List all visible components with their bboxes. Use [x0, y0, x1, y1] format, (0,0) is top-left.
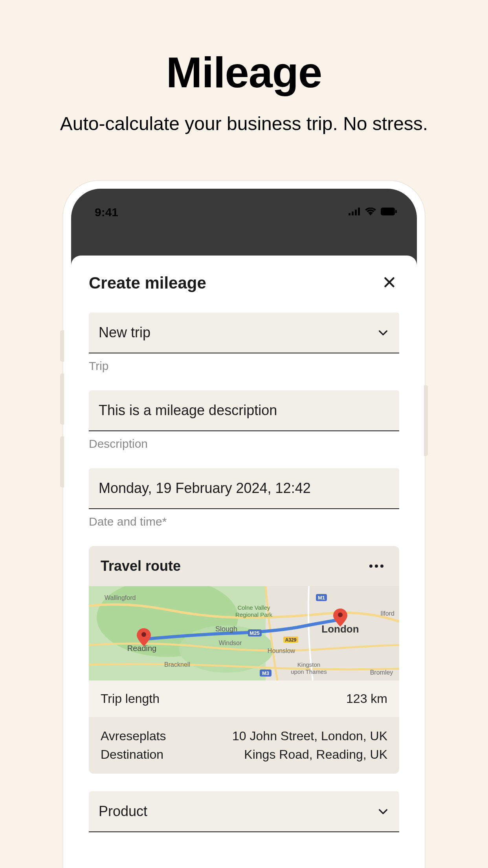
chevron-down-icon — [377, 805, 389, 818]
trip-label: Trip — [89, 359, 399, 373]
chevron-down-icon — [377, 326, 389, 339]
svg-text:London: London — [321, 623, 359, 635]
phone-frame: 9:41 Create mileage — [63, 181, 425, 868]
travel-route-title: Travel route — [101, 558, 181, 574]
trip-value: New trip — [99, 324, 150, 341]
product-value: Product — [99, 803, 147, 820]
svg-rect-2 — [355, 210, 357, 215]
datetime-label: Date and time* — [89, 515, 399, 528]
svg-text:Kingston: Kingston — [297, 661, 320, 668]
svg-rect-1 — [352, 211, 354, 215]
svg-text:Ilford: Ilford — [380, 610, 394, 617]
trip-length-value: 123 km — [346, 691, 387, 706]
svg-text:Colne Valley: Colne Valley — [237, 604, 270, 611]
svg-text:upon Thames: upon Thames — [291, 668, 327, 675]
svg-text:A329: A329 — [285, 637, 297, 643]
svg-text:Bromley: Bromley — [370, 669, 393, 676]
svg-text:Wallingford: Wallingford — [105, 594, 136, 601]
svg-rect-5 — [395, 210, 397, 213]
svg-rect-3 — [358, 208, 360, 215]
page-subtitle: Auto-calculate your business trip. No st… — [0, 113, 488, 134]
trip-length-label: Trip length — [101, 691, 160, 706]
description-label: Description — [89, 437, 399, 451]
svg-text:M1: M1 — [318, 595, 325, 601]
departure-value: 10 John Street, London, UK — [232, 729, 387, 743]
datetime-value: Monday, 19 February 2024, 12:42 — [99, 480, 311, 497]
travel-route-card: Travel route — [89, 546, 399, 586]
phone-screen: 9:41 Create mileage — [71, 189, 417, 868]
create-mileage-modal: Create mileage New trip Trip — [71, 256, 417, 868]
route-map[interactable]: London Reading Slough Windsor Hounslow B… — [89, 586, 399, 680]
svg-rect-0 — [349, 213, 350, 215]
svg-text:Windsor: Windsor — [219, 640, 242, 646]
status-bar: 9:41 — [71, 189, 417, 224]
svg-rect-4 — [381, 208, 395, 215]
close-button[interactable] — [380, 273, 399, 293]
svg-point-10 — [141, 632, 146, 637]
destination-label: Destination — [101, 747, 163, 762]
trip-select[interactable]: New trip — [89, 313, 399, 353]
datetime-input[interactable]: Monday, 19 February 2024, 12:42 — [89, 468, 399, 509]
svg-point-11 — [338, 612, 343, 617]
departure-label: Avreseplats — [101, 729, 166, 743]
svg-text:M3: M3 — [262, 670, 269, 676]
signal-icon — [349, 208, 360, 217]
destination-value: Kings Road, Reading, UK — [244, 747, 387, 762]
description-value: This is a mileage description — [99, 402, 277, 419]
battery-icon — [381, 208, 397, 217]
product-select[interactable]: Product — [89, 791, 399, 832]
svg-text:M25: M25 — [250, 630, 259, 636]
close-icon — [382, 275, 396, 291]
svg-text:Slough: Slough — [215, 625, 237, 633]
modal-title: Create mileage — [89, 274, 206, 292]
more-options-button[interactable] — [365, 561, 387, 572]
status-icons — [349, 208, 397, 217]
description-input[interactable]: This is a mileage description — [89, 390, 399, 431]
status-time: 9:41 — [95, 206, 118, 219]
svg-text:Regional Park: Regional Park — [235, 611, 273, 618]
more-icon — [369, 565, 372, 568]
page-title: Mileage — [0, 47, 488, 97]
svg-text:Reading: Reading — [127, 644, 157, 653]
svg-text:Bracknell: Bracknell — [164, 661, 190, 668]
wifi-icon — [365, 208, 376, 217]
svg-text:Hounslow: Hounslow — [268, 647, 295, 654]
trip-info: Trip length 123 km Avreseplats 10 John S… — [89, 680, 399, 774]
